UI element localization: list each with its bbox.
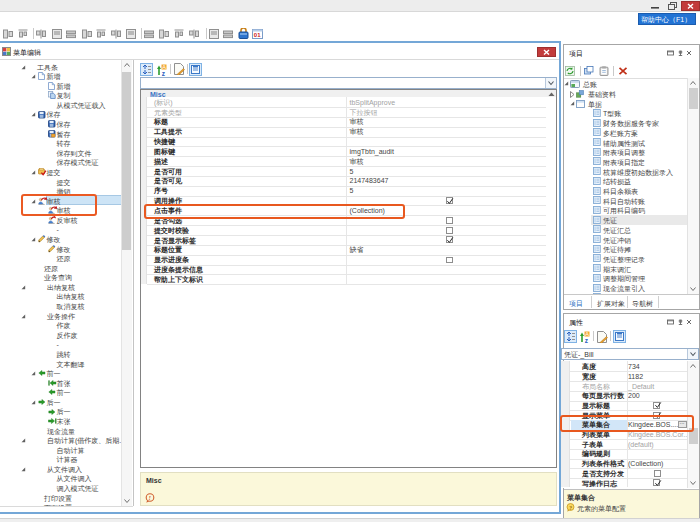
svg-text:z: z: [162, 69, 166, 76]
svg-text:?: ?: [569, 505, 572, 511]
svg-text:z: z: [585, 337, 589, 344]
svg-text:!: !: [149, 495, 151, 501]
svg-text:01: 01: [254, 32, 261, 38]
